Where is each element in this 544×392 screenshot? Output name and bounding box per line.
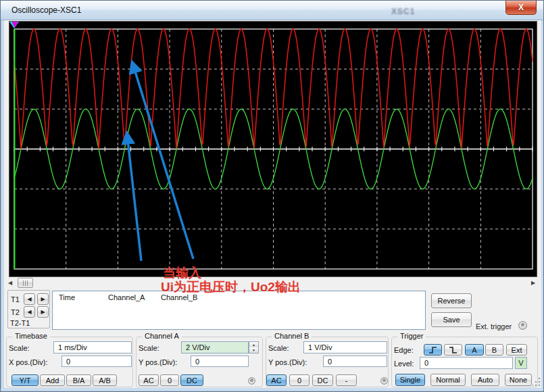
channel-a-ac-button[interactable]: AC [139, 374, 159, 386]
t1-right-button[interactable]: ▶ [37, 293, 49, 305]
save-button[interactable]: Save [431, 312, 472, 327]
close-icon: X [518, 3, 524, 12]
trigger-source-b-button[interactable]: B [485, 344, 503, 356]
channel-b-scale-field[interactable]: 1 V/Div [303, 341, 387, 353]
window-frame-left [1, 20, 4, 392]
channel-b-terminal[interactable] [380, 377, 388, 385]
annotation-arrows [127, 63, 193, 261]
scrollbar-thumb[interactable] [18, 278, 33, 288]
t2-label: T2 [11, 308, 20, 316]
close-button[interactable]: X [505, 1, 537, 15]
channel-b-ac-button[interactable]: AC [266, 374, 287, 386]
falling-edge-button[interactable] [444, 344, 462, 356]
channel-b-scale-label: Scale: [268, 344, 289, 352]
trigger-auto-button[interactable]: Auto [471, 374, 499, 386]
trigger-normal-button[interactable]: Normal [430, 374, 466, 386]
window-frame-bottom [1, 388, 544, 392]
t2-right-button[interactable]: ▶ [37, 306, 49, 318]
t2-t1-label: T2-T1 [10, 319, 30, 327]
channel-b-0-button[interactable]: 0 [289, 374, 310, 386]
trigger-level-field[interactable]: 0 [420, 357, 513, 369]
ab-mode-button[interactable]: A/B [93, 374, 117, 386]
t1-left-button[interactable]: ◀ [24, 293, 35, 305]
channel-a-ypos-field[interactable]: 0 [191, 356, 249, 367]
ba-mode-button[interactable]: B/A [66, 374, 91, 386]
falling-edge-icon [448, 346, 458, 354]
spinner-down-icon[interactable]: ▼ [249, 347, 258, 353]
trigger-single-button[interactable]: Single [395, 374, 425, 386]
trigger-edge-label: Edge: [394, 346, 414, 354]
window-title: Oscilloscope-XSC1 [11, 5, 81, 15]
left-arrow-icon: ◀ [27, 309, 31, 315]
column-header-channel-b: Channel_B [161, 293, 197, 301]
channel-a-scale-label: Scale: [139, 344, 159, 352]
ext-trigger-terminal[interactable] [518, 321, 527, 330]
channel-a-title: Channel A [142, 332, 182, 340]
channel-a-scale-spinner[interactable]: ▲ ▼ [249, 341, 259, 353]
column-header-channel-a: Channel_A [108, 293, 145, 301]
column-header-time: Time [59, 293, 75, 301]
channel-b-dc-button[interactable]: DC [312, 374, 333, 386]
channel-a-ypos-label: Y pos.(Div): [139, 358, 177, 366]
channel-b-minus-button[interactable]: - [336, 374, 357, 386]
measurement-readout: Time Channel_A Channel_B [52, 291, 426, 330]
title-bar[interactable]: Oscilloscope-XSC1 XSC1 X [1, 1, 544, 20]
scope-display [9, 21, 537, 277]
spinner-up-icon[interactable]: ▲ [249, 342, 258, 347]
channel-a-dc-button[interactable]: DC [180, 374, 203, 386]
timebase-xpos-label: X pos.(Div): [9, 358, 47, 366]
annotation-line2: Ui为正电压时，Uo2输出 [161, 280, 301, 294]
trigger-source-ext-button[interactable]: Ext [506, 344, 527, 356]
annotation-line1: 当输入 [163, 266, 201, 280]
timebase-xpos-field[interactable]: 0 [61, 356, 132, 367]
channel-a-scale-field[interactable]: 2 V/Div [181, 341, 249, 353]
timebase-scale-field[interactable]: 1 ms/Div [53, 341, 132, 353]
rising-edge-icon [428, 346, 438, 354]
background-watermark: XSC1 [391, 7, 415, 16]
oscilloscope-window: Oscilloscope-XSC1 XSC1 X 当 [0, 0, 544, 392]
trigger-none-button[interactable]: None [505, 374, 532, 386]
right-arrow-icon: ▶ [41, 296, 45, 302]
left-arrow-icon: ◀ [27, 296, 31, 302]
timebase-scale-label: Scale: [9, 344, 30, 352]
waveform-plot [9, 22, 537, 276]
reverse-button[interactable]: Reverse [431, 293, 472, 308]
channel-b-ypos-label: Y pos.(Div): [268, 358, 307, 366]
cursor-1-handle[interactable] [9, 22, 19, 269]
ext-trigger-label: Ext. trigger [476, 322, 512, 330]
window-frame-right [541, 20, 544, 392]
add-mode-button[interactable]: Add [40, 374, 65, 386]
t2-left-button[interactable]: ◀ [24, 306, 35, 318]
trigger-level-unit: V [515, 357, 527, 369]
scroll-right-icon[interactable]: ▶ [528, 279, 538, 287]
trigger-source-a-button[interactable]: A [465, 344, 484, 356]
yt-mode-button[interactable]: Y/T [11, 374, 39, 386]
channel-a-0-button[interactable]: 0 [160, 374, 179, 386]
t1-label: T1 [11, 295, 20, 303]
thumb-grip-icon [23, 280, 28, 286]
right-arrow-icon: ▶ [41, 309, 45, 315]
trigger-title: Trigger [397, 332, 426, 340]
trigger-level-label: Level: [394, 360, 414, 368]
rising-edge-button[interactable] [424, 344, 442, 356]
resize-grip[interactable] [533, 376, 541, 387]
timebase-title: Timebase [12, 332, 50, 340]
channel-b-ypos-field[interactable]: 0 [323, 356, 387, 367]
channel-b-title: Channel B [272, 332, 312, 340]
channel-a-terminal[interactable] [248, 377, 255, 385]
scroll-left-icon[interactable]: ◀ [5, 279, 15, 287]
